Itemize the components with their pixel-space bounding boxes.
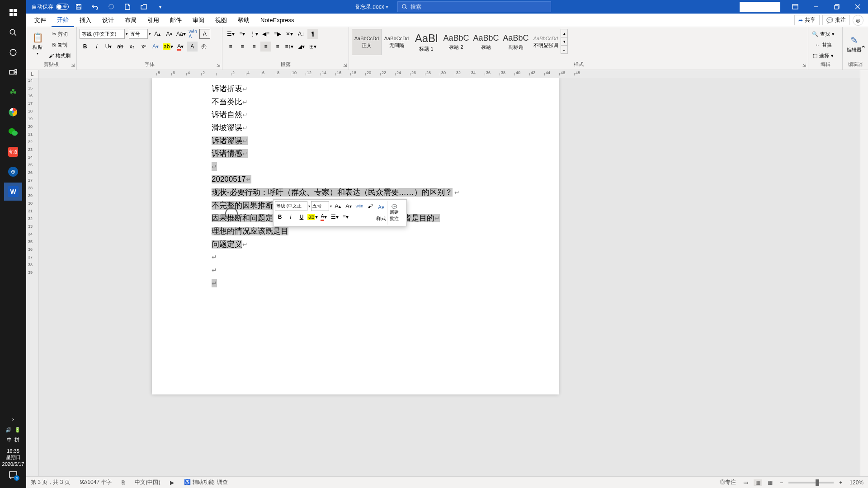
sort-icon[interactable]: A↓ (296, 29, 307, 39)
search-input[interactable] (410, 4, 547, 10)
styles-expand-icon[interactable]: ⇲ (802, 63, 806, 68)
cut-button[interactable]: ✂剪切 (48, 29, 71, 39)
app-word-icon[interactable]: W (4, 183, 22, 201)
share-button[interactable]: ➦共享 (794, 15, 820, 25)
taskview-icon[interactable] (4, 63, 22, 81)
notifications-icon[interactable]: 3 (9, 471, 18, 484)
mini-italic-icon[interactable]: I (286, 212, 296, 222)
web-layout-icon[interactable]: ▦ (766, 479, 774, 486)
qat-customize-icon[interactable]: ▾ (154, 0, 166, 13)
mini-format-painter-icon[interactable]: 🖌 (365, 201, 375, 211)
tab-noteexpress[interactable]: NoteExpress (255, 14, 299, 27)
spellcheck-icon[interactable]: ⎘ (120, 479, 127, 486)
tab-review[interactable]: 审阅 (187, 14, 210, 27)
styles-scroll[interactable]: ▴▾⌄ (561, 29, 568, 54)
mini-underline-icon[interactable]: U (297, 212, 307, 222)
redo-icon[interactable] (105, 0, 118, 13)
save-icon[interactable] (72, 0, 85, 13)
mini-font-family[interactable] (275, 201, 307, 211)
line-spacing-icon[interactable]: ≡↕▾ (284, 42, 295, 52)
tab-insert[interactable]: 插入 (74, 14, 97, 27)
doc-line[interactable]: ↵ (152, 251, 559, 264)
minimize-icon[interactable] (806, 0, 826, 14)
style-nospacing[interactable]: AaBbCcDd无间隔 (382, 29, 411, 55)
align-center-icon[interactable]: ≡ (237, 42, 248, 52)
style-title[interactable]: AaBbC标题 (471, 29, 501, 55)
doc-line[interactable]: ↵ (152, 160, 559, 174)
format-painter-button[interactable]: 🖌格式刷 (48, 51, 71, 61)
search-box[interactable] (397, 1, 551, 12)
strikethrough-icon[interactable]: ab (115, 42, 126, 52)
mini-bold-icon[interactable]: B (275, 212, 285, 222)
doc-line[interactable]: ↵ (152, 277, 559, 290)
app-globe-icon[interactable]: ⊕ (4, 163, 22, 181)
zoom-in-icon[interactable]: + (837, 479, 844, 486)
paragraph-expand-icon[interactable]: ⇲ (343, 63, 347, 68)
doc-line[interactable]: ↵ (152, 264, 559, 277)
clipboard-expand-icon[interactable]: ⇲ (71, 63, 75, 68)
replace-button[interactable]: ↔替换 (811, 40, 835, 50)
tab-mailings[interactable]: 邮件 (165, 14, 187, 27)
ruler-horizontal[interactable]: L 86422468101214161820222426283032343638… (26, 70, 868, 78)
style-heading1[interactable]: AaBl标题 1 (411, 29, 441, 55)
app-wechat-icon[interactable] (4, 123, 22, 141)
doc-line[interactable]: 理想的情况应该既是目 (152, 225, 559, 238)
autosave-toggle[interactable]: 自动保存 关 (32, 3, 69, 11)
mini-styles-button[interactable]: 样式 (376, 213, 386, 223)
style-heading2[interactable]: AaBbC标题 2 (441, 29, 471, 55)
enclose-char-icon[interactable]: ㊥ (198, 42, 209, 52)
mini-new-comment-button[interactable]: 💬 新建 批注 (387, 201, 401, 225)
tab-home[interactable]: 开始 (52, 14, 74, 27)
numbering-icon[interactable]: ≡▾ (237, 29, 248, 39)
highlight-icon[interactable]: ab▾ (162, 42, 174, 52)
multilevel-icon[interactable]: ⋮▾ (249, 29, 259, 39)
bold-icon[interactable]: B (80, 42, 90, 52)
zoom-slider[interactable] (788, 482, 834, 483)
tab-view[interactable]: 视图 (210, 14, 232, 27)
zoom-out-icon[interactable]: − (778, 479, 785, 486)
tab-help[interactable]: 帮助 (232, 14, 255, 27)
borders-icon[interactable]: ⊞▾ (307, 42, 318, 52)
ime-lang[interactable]: 中 (7, 436, 12, 443)
shrink-font-icon[interactable]: A▾ (164, 29, 175, 39)
cortana-icon[interactable] (4, 43, 22, 61)
style-normal[interactable]: AaBbCcDd正文 (352, 29, 382, 55)
ime-mode[interactable]: 拼 (14, 436, 19, 443)
find-button[interactable]: 🔍查找▾ (811, 29, 835, 39)
grow-font-icon[interactable]: A▴ (152, 29, 163, 39)
align-right-icon[interactable]: ≡ (249, 42, 259, 52)
zoom-level[interactable]: 120% (848, 479, 865, 486)
subscript-icon[interactable]: x₂ (127, 42, 137, 52)
char-shading-icon[interactable]: A (187, 42, 198, 52)
page-indicator[interactable]: 第 3 页，共 3 页 (29, 479, 72, 486)
maximize-icon[interactable] (826, 0, 847, 14)
comments-button[interactable]: 💬批注 (822, 15, 850, 25)
bullets-icon[interactable]: ☰▾ (225, 29, 236, 39)
paste-button[interactable]: 📋 粘贴 ▾ (29, 29, 46, 59)
mini-shrink-font-icon[interactable]: A▾ (344, 201, 354, 211)
phonetic-guide-icon[interactable]: wénA (188, 29, 198, 39)
page-canvas[interactable]: 诉诸折衷↵ 不当类比↵ 诉诸自然↵ 滑坡谬误↵ 诉诸谬误↵ 诉诸情感↵ ↵ 20… (39, 78, 860, 476)
ribbon-display-icon[interactable] (785, 0, 806, 14)
battery-icon[interactable]: 🔋 (14, 427, 21, 433)
read-mode-icon[interactable]: ▭ (741, 479, 750, 486)
mini-grow-font-icon[interactable]: A▴ (333, 201, 343, 211)
focus-mode-button[interactable]: ◎专注 (718, 479, 738, 486)
underline-icon[interactable]: U▾ (103, 42, 114, 52)
doc-line[interactable]: 不当类比↵ (152, 96, 559, 109)
print-layout-icon[interactable]: ▥ (754, 479, 762, 486)
volume-icon[interactable]: 🔊 (5, 427, 12, 433)
style-subtle-emphasis[interactable]: AaBbCcDd不明显强调 (531, 29, 561, 55)
new-doc-icon[interactable] (121, 0, 134, 13)
taskbar-chevron-icon[interactable]: › (12, 416, 14, 422)
mini-numbering-icon[interactable]: ≡▾ (340, 212, 350, 222)
app-chrome-icon[interactable] (4, 103, 22, 121)
ruler-vertical[interactable]: 1415161718192021222324252627282930313233… (26, 78, 39, 476)
doc-line[interactable]: 诉诸谬误↵ (152, 135, 559, 148)
mini-font-color-icon[interactable]: A▾ (319, 212, 329, 222)
doc-line[interactable]: 诉诸自然↵ (152, 108, 559, 122)
app-clover-icon[interactable]: ☘ (4, 83, 22, 101)
doc-line[interactable]: 20200517↵ (152, 173, 559, 186)
doc-line[interactable]: 诉诸情感↵ (152, 147, 559, 160)
char-border-icon[interactable]: A (199, 29, 210, 39)
